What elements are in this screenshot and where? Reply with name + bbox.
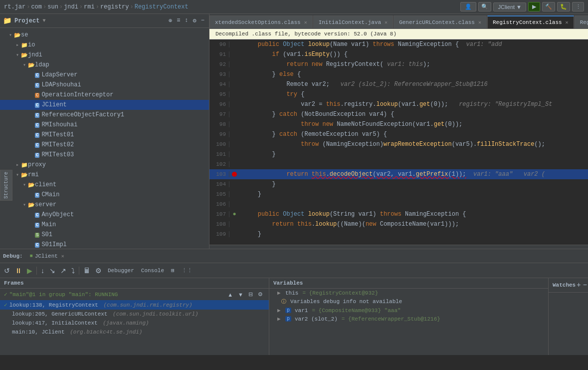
tree-item-proxy[interactable]: ▸📁 proxy [0,160,209,170]
run-config-btn[interactable]: JClient ▼ [493,2,526,11]
tree-item-rmishouhai[interactable]: CRMIshouhai [0,120,209,130]
tree-item-rmitest02[interactable]: CRMITest02 [0,140,209,150]
structure-tab[interactable]: Structure [0,169,12,200]
var-type-p2: p [285,316,291,322]
run-btn[interactable]: ▶ [528,2,540,11]
var-name-var2: var2 (slot_2) [295,316,338,322]
editor-tab-xtendedsocketoptions-class[interactable]: xtendedSocketOptions.class✕ [209,15,313,28]
pause-btn[interactable]: ⏸ [13,266,24,276]
add-watch-btn[interactable]: + [576,280,582,290]
tree-item-ldapserver[interactable]: CLdapServer [0,70,209,80]
tab-label: InitialContext.java [319,19,381,25]
frame-more-btn[interactable]: ⚙ [256,290,265,299]
step-over-btn[interactable]: ↓ [39,266,46,276]
editor-tab-initialcontext-java[interactable]: InitialContext.java✕ [313,15,393,28]
evaluate-btn[interactable]: 🖩 [81,266,92,276]
tree-label: server [35,201,56,208]
frame-down-btn[interactable]: ▼ [236,291,245,299]
close-icon[interactable]: ✕ [385,19,388,25]
line-code: throw (NamingException)wrapRemoteExcepti… [239,141,545,148]
breakpoint-marker-icon[interactable]: ● [232,211,236,218]
tree-item-jclient[interactable]: CJClient [0,100,209,110]
var-var2[interactable]: ▶ p var2 (slot_2) = {ReferenceWrapper_St… [269,315,548,323]
tree-item-rmitest01[interactable]: CRMITest01 [0,130,209,140]
line-number: 99 [209,131,229,137]
debug-run-btn[interactable]: 🐛 [557,2,570,11]
tree-item-se[interactable]: ▾📂 se [0,30,209,40]
editor-tab-regist[interactable]: Regist✕ [575,15,588,28]
class-icon: C [35,91,39,98]
tree-item-anyobject[interactable]: CAnyObject [0,210,209,220]
tree-item-main[interactable]: CMain [0,220,209,230]
decompiled-notice: Decompiled .class file, bytecode version… [209,29,588,39]
frame-up-btn[interactable]: ▲ [225,291,235,299]
run-to-cursor-btn[interactable]: ⤵ [69,266,77,276]
console-tab[interactable]: Console [138,268,167,274]
step-out-btn[interactable]: ↗ [58,266,68,276]
remove-watch-btn[interactable]: − [582,280,588,290]
tree-item-cmain[interactable]: CCMain [0,190,209,200]
debugger-tab[interactable]: Debugger [105,268,137,274]
tree-item-operationinterceptor[interactable]: COperationInterceptor [0,90,209,100]
step-into-btn[interactable]: ↘ [47,266,57,276]
more-btn[interactable]: ⋮ [572,2,584,11]
frame-location-3: main:10, JClient [4,329,65,335]
editor-tab-registrycontext-class[interactable]: RegistryContext.class✕ [487,15,574,28]
resume-btn[interactable]: ▶ [25,266,34,276]
line-code: throw new NameNotFoundException(var1.get… [239,121,462,128]
code-line-100: 100 throw (NamingException)wrapRemoteExc… [209,139,588,149]
tree-item-jndi[interactable]: ▾📂 jndi [0,50,209,60]
tree-item-rmitest03[interactable]: CRMITest03 [0,150,209,160]
var-debug-info: ⓘ Variables debug info not available [269,297,548,306]
line-code: } [239,151,276,158]
folder-icon: 📁 [21,42,28,48]
avatar-btn[interactable]: 👤 [460,2,476,11]
tree-item-server[interactable]: ▾📂 server [0,200,209,210]
close-icon[interactable]: ✕ [478,19,481,25]
settings-icon[interactable]: ⚙ [192,16,198,25]
line-number: 96 [209,101,229,107]
minimize-icon[interactable]: − [199,16,206,25]
line-code: if (var1.isEmpty()) { [239,51,348,58]
tree-item-ldapshouhai[interactable]: CLDAPshouhai [0,80,209,90]
settings3-btn[interactable]: ⋮⋮ [179,267,196,274]
layout-btn[interactable]: ⊞ [168,267,178,274]
add-icon[interactable]: ⊕ [167,16,174,25]
close-icon[interactable]: ✕ [61,253,64,259]
tree-item-io[interactable]: ▸📁 io [0,40,209,50]
frame-item-2[interactable]: lookup:417, InitialContext (javax.naming… [0,319,269,328]
breadcrumb-active: RegistryContext [135,3,189,10]
settings2-btn[interactable]: ⚙ [93,266,104,276]
frame-item-1[interactable]: lookup:205, GenericURLContext (com.sun.j… [0,310,269,319]
restart-btn[interactable]: ↺ [2,266,12,276]
code-scrollbar[interactable] [209,245,588,249]
divider [36,267,37,275]
sort-icon[interactable]: ↕ [183,16,190,25]
watches-panel: Watches + − [548,278,588,355]
search-btn[interactable]: 🔍 [478,2,491,11]
folder-icon: 📁 [21,162,28,168]
close-icon[interactable]: ✕ [304,19,307,25]
class-icon: C [35,241,39,248]
frame-filter-btn[interactable]: ⊟ [246,290,255,299]
breakpoint-icon[interactable] [232,172,237,177]
code-content[interactable]: 90 public Object lookup(Name var1) throw… [209,39,588,245]
frame-item-3[interactable]: main:10, JClient (org.b1ackc4t.se.jndi) [0,328,269,337]
tree-item-ldap[interactable]: ▾📂 ldap [0,60,209,70]
tree-item-s01[interactable]: SS01 [0,230,209,240]
frame-item-0[interactable]: ✓ lookup:138, RegistryContext (com.sun.j… [0,300,269,310]
var-var1[interactable]: ▶ p var1 = {CompositeName@933} "aaa" [269,306,548,315]
debug-tab-jclient[interactable]: ■ JClient ✕ [27,252,67,260]
tree-arrow: ▾ [14,52,21,58]
line-number: 98 [209,121,229,127]
tree-item-client[interactable]: ▾📂 client [0,180,209,190]
build-btn[interactable]: 🔨 [542,2,555,11]
line-number: 103 [209,171,229,177]
close-icon[interactable]: ✕ [566,19,569,25]
var-this[interactable]: ▶ this = {RegistryContext@932} [269,289,548,297]
tree-item-referenceobjectfactory1[interactable]: CReferenceObjectFactory1 [0,110,209,120]
collapse-icon[interactable]: ≡ [175,16,182,25]
editor-tab-genericurlcontext-class[interactable]: GenericURLContext.class✕ [393,15,487,28]
tree-item-s01impl[interactable]: CS01Impl [0,240,209,249]
tree-item-rmi[interactable]: ▾📂 rmi [0,170,209,180]
